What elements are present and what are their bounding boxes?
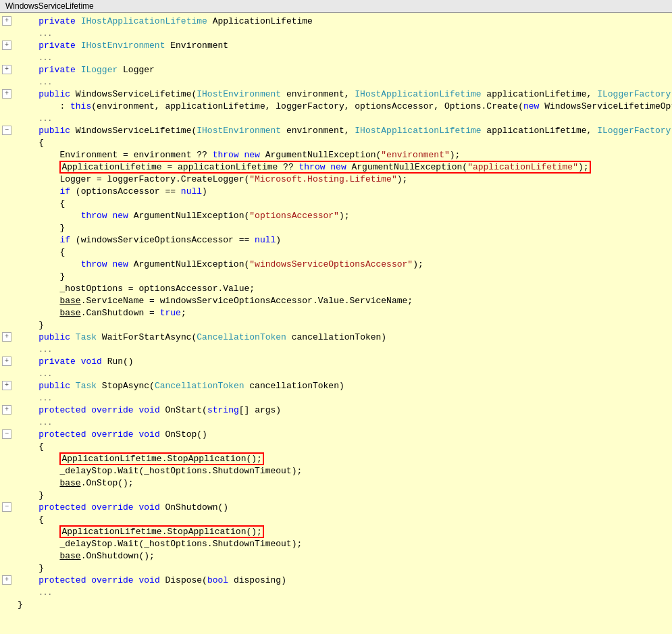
expand-btn-2[interactable]: + bbox=[2, 41, 11, 50]
line-5n: _hostOptions = optionsAccessor.Value; bbox=[0, 283, 672, 295]
line-5f: if (optionsAccessor == null) bbox=[0, 186, 672, 198]
gutter-5b bbox=[0, 137, 15, 138]
line-7: + private void Run() bbox=[0, 356, 672, 368]
gutter-5d bbox=[0, 161, 15, 162]
expand-btn-7[interactable]: + bbox=[2, 356, 11, 366]
gutter-8b bbox=[0, 392, 15, 393]
expand-btn-11[interactable]: − bbox=[2, 502, 11, 512]
gutter-11b bbox=[0, 514, 15, 514]
expand-btn-9[interactable]: + bbox=[2, 405, 11, 415]
gutter-2: + bbox=[0, 40, 15, 50]
code-5: public WindowsServiceLifetime(IHostEnvir… bbox=[15, 125, 672, 137]
gutter-9: + bbox=[0, 404, 15, 415]
code-8: public Task StopAsync(CancellationToken … bbox=[15, 380, 672, 392]
gutter-5o bbox=[0, 295, 15, 296]
gutter-10d bbox=[0, 465, 15, 466]
gutter-4c bbox=[0, 113, 15, 113]
code-5g: { bbox=[15, 198, 672, 210]
code-2: private IHostEnvironment Environment bbox=[15, 40, 672, 52]
gutter-5f bbox=[0, 186, 15, 186]
expand-btn-5[interactable]: − bbox=[2, 126, 11, 135]
line-5k: { bbox=[0, 246, 672, 259]
code-5j: if (windowsServiceOptionsAccessor == nul… bbox=[15, 234, 672, 246]
line-11b: { bbox=[0, 514, 672, 526]
code-5b: { bbox=[15, 137, 672, 149]
code-5m: } bbox=[15, 271, 672, 283]
line-4b: : this(environment, applicationLifetime,… bbox=[0, 101, 672, 113]
gutter-11e bbox=[0, 550, 15, 551]
code-1: private IHostApplicationLifetime Applica… bbox=[15, 16, 672, 28]
code-11e: base.OnShutdown(); bbox=[15, 550, 672, 562]
expand-btn-1[interactable]: + bbox=[2, 16, 11, 26]
code-5e: Logger = loggerFactory.CreateLogger("Mic… bbox=[15, 174, 672, 186]
line-12: + protected override void Dispose(bool d… bbox=[0, 575, 672, 587]
expand-btn-3[interactable]: + bbox=[2, 65, 11, 74]
code-10f: } bbox=[15, 490, 672, 502]
code-5l: throw new ArgumentNullException("windows… bbox=[15, 259, 672, 271]
gutter-11c bbox=[0, 526, 15, 527]
gutter-6: + bbox=[0, 332, 15, 342]
code-5f: if (optionsAccessor == null) bbox=[15, 186, 672, 198]
gutter-10c bbox=[0, 453, 15, 454]
code-2b: ... bbox=[15, 52, 672, 64]
gutter-5: − bbox=[0, 125, 15, 135]
expand-btn-12[interactable]: + bbox=[2, 575, 11, 585]
line-11d: _delayStop.Wait(_hostOptions.ShutdownTim… bbox=[0, 538, 672, 550]
expand-btn-6[interactable]: + bbox=[2, 332, 11, 342]
line-10d: _delayStop.Wait(_hostOptions.ShutdownTim… bbox=[0, 465, 672, 477]
gutter-7: + bbox=[0, 356, 15, 366]
gutter-1: + bbox=[0, 16, 15, 26]
line-5g: { bbox=[0, 198, 672, 210]
code-9: protected override void OnStart(string[]… bbox=[15, 404, 672, 417]
code-8b: ... bbox=[15, 392, 672, 404]
window-title: WindowsServiceLifetime bbox=[5, 1, 94, 11]
code-5k: { bbox=[15, 246, 672, 259]
expand-btn-10[interactable]: − bbox=[2, 429, 11, 439]
gutter-5p bbox=[0, 307, 15, 308]
line-4: + public WindowsServiceLifetime(IHostEnv… bbox=[0, 88, 672, 101]
line-5o: base.ServiceName = windowsServiceOptions… bbox=[0, 295, 672, 307]
line-5q: } bbox=[0, 319, 672, 332]
line-5h: throw new ArgumentNullException("options… bbox=[0, 210, 672, 222]
line-5j: if (windowsServiceOptionsAccessor == nul… bbox=[0, 234, 672, 246]
code-10d: _delayStop.Wait(_hostOptions.ShutdownTim… bbox=[15, 465, 672, 477]
gutter-5n bbox=[0, 283, 15, 284]
expand-btn-4[interactable]: + bbox=[2, 89, 11, 99]
code-11d: _delayStop.Wait(_hostOptions.ShutdownTim… bbox=[15, 538, 672, 550]
line-11: − protected override void OnShutdown() bbox=[0, 502, 672, 514]
gutter-5l bbox=[0, 259, 15, 259]
code-11c: ApplicationLifetime.StopApplication(); bbox=[15, 526, 672, 538]
line-close: } bbox=[0, 599, 672, 611]
code-5h: throw new ArgumentNullException("options… bbox=[15, 210, 672, 222]
code-10e: base.OnStop(); bbox=[15, 477, 672, 490]
line-1: + private IHostApplicationLifetime Appli… bbox=[0, 16, 672, 28]
gutter-2b bbox=[0, 52, 15, 53]
expand-btn-8[interactable]: + bbox=[2, 381, 11, 390]
code-4: public WindowsServiceLifetime(IHostEnvir… bbox=[15, 88, 672, 101]
line-10: − protected override void OnStop() bbox=[0, 429, 672, 441]
line-11e: base.OnShutdown(); bbox=[0, 550, 672, 562]
title-bar: WindowsServiceLifetime bbox=[0, 0, 672, 13]
code-11b: { bbox=[15, 514, 672, 526]
code-close: } bbox=[15, 599, 672, 611]
gutter-10: − bbox=[0, 429, 15, 439]
line-6b: ... bbox=[0, 344, 672, 356]
gutter-3: + bbox=[0, 64, 15, 74]
gutter-10b bbox=[0, 441, 15, 442]
line-7b: ... bbox=[0, 368, 672, 380]
gutter-5m bbox=[0, 271, 15, 271]
gutter-10f bbox=[0, 490, 15, 490]
gutter-5c bbox=[0, 149, 15, 150]
code-7b: ... bbox=[15, 368, 672, 380]
code-11f: } bbox=[15, 562, 672, 575]
line-5i: } bbox=[0, 222, 672, 234]
gutter-11f bbox=[0, 562, 15, 563]
code-5d: ApplicationLifetime = applicationLifetim… bbox=[15, 161, 672, 174]
line-2: + private IHostEnvironment Environment bbox=[0, 40, 672, 52]
gutter-11: − bbox=[0, 502, 15, 512]
code-5n: _hostOptions = optionsAccessor.Value; bbox=[15, 283, 672, 295]
code-12b: ... bbox=[15, 587, 672, 599]
line-4c: ... bbox=[0, 113, 672, 125]
gutter-5q bbox=[0, 319, 15, 320]
code-9b: ... bbox=[15, 417, 672, 429]
